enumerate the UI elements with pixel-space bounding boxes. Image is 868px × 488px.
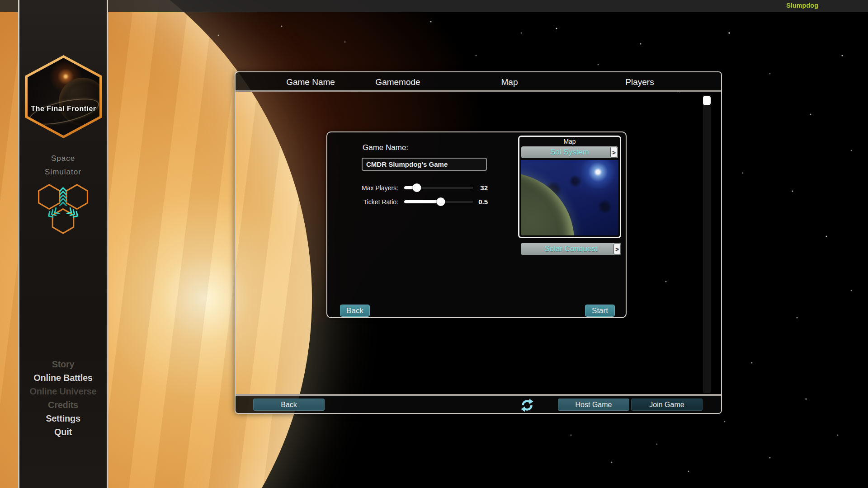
menu-item-online-battles[interactable]: Online Battles bbox=[19, 373, 107, 383]
map-next-button[interactable]: > bbox=[610, 147, 618, 158]
map-select-value: Sol System bbox=[550, 148, 589, 157]
game-name-input[interactable] bbox=[362, 158, 487, 171]
browser-back-button[interactable]: Back bbox=[253, 399, 325, 411]
max-players-label: Max Players: bbox=[354, 184, 398, 192]
ticket-ratio-slider[interactable] bbox=[404, 197, 473, 206]
menu-item-credits[interactable]: Credits bbox=[19, 400, 107, 410]
ticket-ratio-value: 0.5 bbox=[471, 198, 488, 206]
hexagon-logo-icon: The Final Frontier bbox=[25, 55, 102, 138]
map-panel-title: Map bbox=[519, 138, 620, 145]
menu-item-quit[interactable]: Quit bbox=[19, 427, 107, 437]
sidebar-right-border bbox=[107, 0, 108, 488]
dialog-start-button[interactable]: Start bbox=[585, 305, 615, 317]
max-players-slider-thumb[interactable] bbox=[412, 183, 421, 192]
column-game-name: Game Name bbox=[286, 77, 335, 87]
server-list-scrollbar[interactable] bbox=[703, 95, 711, 393]
server-browser-dialog: Game Name Gamemode Map Players Back Host… bbox=[235, 71, 722, 414]
logo-title: The Final Frontier bbox=[28, 105, 99, 113]
max-players-value: 32 bbox=[471, 184, 488, 192]
game-name-label: Game Name: bbox=[363, 143, 408, 152]
gamemode-next-button[interactable]: > bbox=[613, 244, 621, 254]
gamemode-select[interactable]: Solar Conquest > bbox=[521, 243, 621, 255]
dialog-back-button[interactable]: Back bbox=[340, 305, 370, 317]
map-preview-image bbox=[521, 160, 618, 235]
gamemode-select-value: Solar Conquest bbox=[544, 244, 597, 253]
ticket-ratio-label: Ticket Ratio: bbox=[354, 198, 398, 206]
column-map: Map bbox=[501, 77, 518, 87]
refresh-icon[interactable] bbox=[520, 398, 534, 413]
main-menu: Story Online Battles Online Universe Cre… bbox=[19, 359, 107, 437]
host-game-button[interactable]: Host Game bbox=[558, 399, 629, 411]
map-select[interactable]: Sol System > bbox=[521, 146, 618, 158]
join-game-button[interactable]: Join Game bbox=[631, 399, 703, 411]
menu-item-story[interactable]: Story bbox=[19, 359, 107, 370]
menu-item-settings[interactable]: Settings bbox=[19, 413, 107, 424]
max-players-slider[interactable] bbox=[404, 183, 473, 192]
game-tagline: Space Simulator bbox=[19, 152, 107, 179]
username-label: Slumpdog bbox=[786, 2, 818, 9]
tri-hexagon-emblem-icon bbox=[34, 182, 92, 237]
ticket-ratio-slider-thumb[interactable] bbox=[437, 197, 445, 206]
scrollbar-thumb[interactable] bbox=[703, 96, 711, 105]
column-gamemode: Gamemode bbox=[375, 77, 420, 87]
menu-item-online-universe[interactable]: Online Universe bbox=[19, 386, 107, 397]
server-list-header: Game Name Gamemode Map Players bbox=[236, 72, 721, 92]
server-browser-footer: Back Host Game Join Game bbox=[236, 394, 721, 413]
map-preview-planet bbox=[521, 173, 574, 235]
column-players: Players bbox=[625, 77, 654, 87]
host-game-dialog: Game Name: Max Players: 32 Ticket Ratio: bbox=[326, 131, 627, 318]
main-menu-sidebar: The Final Frontier Space Simulator bbox=[19, 0, 107, 488]
map-panel: Map Sol System > bbox=[518, 136, 621, 238]
game-screen: Slumpdog The Final Frontier Space Simula… bbox=[0, 0, 868, 488]
top-bar: Slumpdog bbox=[0, 0, 868, 12]
